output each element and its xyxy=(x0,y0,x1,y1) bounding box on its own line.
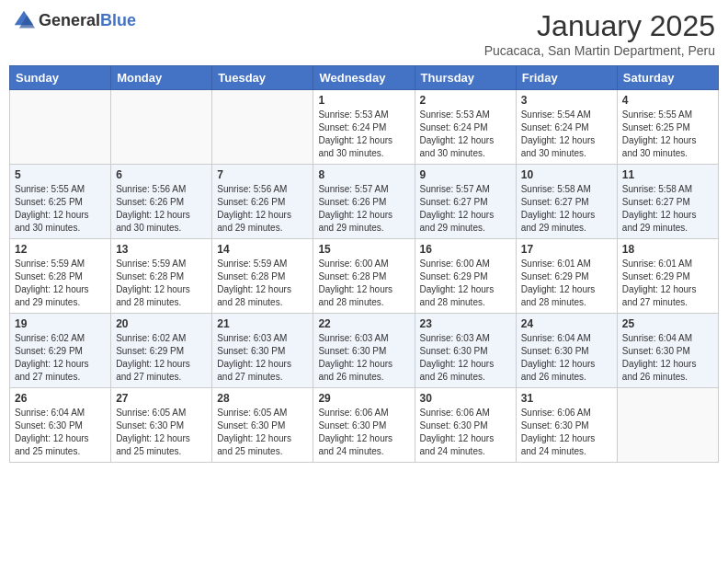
calendar-cell: 27Sunrise: 6:05 AM Sunset: 6:30 PM Dayli… xyxy=(111,388,212,463)
location-subtitle: Pucacaca, San Martin Department, Peru xyxy=(484,43,715,58)
day-info: Sunrise: 5:59 AM Sunset: 6:28 PM Dayligh… xyxy=(217,258,308,309)
day-info: Sunrise: 5:53 AM Sunset: 6:24 PM Dayligh… xyxy=(318,109,409,160)
calendar-cell: 28Sunrise: 6:05 AM Sunset: 6:30 PM Dayli… xyxy=(212,388,313,463)
day-number: 29 xyxy=(318,392,409,405)
calendar-cell: 21Sunrise: 6:03 AM Sunset: 6:30 PM Dayli… xyxy=(212,314,313,388)
calendar-cell: 1Sunrise: 5:53 AM Sunset: 6:24 PM Daylig… xyxy=(313,90,415,165)
day-number: 19 xyxy=(15,317,106,330)
day-info: Sunrise: 5:59 AM Sunset: 6:28 PM Dayligh… xyxy=(15,258,106,309)
day-number: 12 xyxy=(15,243,106,256)
month-title: January 2025 xyxy=(484,9,715,43)
day-info: Sunrise: 6:03 AM Sunset: 6:30 PM Dayligh… xyxy=(217,332,308,384)
day-number: 16 xyxy=(420,243,511,256)
day-number: 1 xyxy=(318,94,409,107)
weekday-header-tuesday: Tuesday xyxy=(212,66,313,90)
day-info: Sunrise: 5:59 AM Sunset: 6:28 PM Dayligh… xyxy=(116,258,207,309)
calendar-cell: 22Sunrise: 6:03 AM Sunset: 6:30 PM Dayli… xyxy=(313,314,415,388)
calendar-cell: 31Sunrise: 6:06 AM Sunset: 6:30 PM Dayli… xyxy=(516,388,617,463)
calendar-cell: 3Sunrise: 5:54 AM Sunset: 6:24 PM Daylig… xyxy=(516,90,617,165)
day-number: 2 xyxy=(420,94,511,107)
calendar-cell: 5Sunrise: 5:55 AM Sunset: 6:25 PM Daylig… xyxy=(10,165,111,239)
calendar-cell: 23Sunrise: 6:03 AM Sunset: 6:30 PM Dayli… xyxy=(415,314,516,388)
day-info: Sunrise: 6:04 AM Sunset: 6:30 PM Dayligh… xyxy=(622,332,713,384)
day-number: 26 xyxy=(15,392,106,405)
calendar-cell: 6Sunrise: 5:56 AM Sunset: 6:26 PM Daylig… xyxy=(111,165,212,239)
day-number: 22 xyxy=(318,317,409,330)
calendar-cell: 25Sunrise: 6:04 AM Sunset: 6:30 PM Dayli… xyxy=(617,314,718,388)
logo-general: General xyxy=(39,11,100,29)
day-info: Sunrise: 5:54 AM Sunset: 6:24 PM Dayligh… xyxy=(521,109,612,160)
day-info: Sunrise: 6:00 AM Sunset: 6:28 PM Dayligh… xyxy=(318,258,409,309)
calendar-cell: 9Sunrise: 5:57 AM Sunset: 6:27 PM Daylig… xyxy=(415,165,516,239)
day-number: 27 xyxy=(116,392,207,405)
calendar-cell: 7Sunrise: 5:56 AM Sunset: 6:26 PM Daylig… xyxy=(212,165,313,239)
day-number: 7 xyxy=(217,168,308,181)
day-info: Sunrise: 6:02 AM Sunset: 6:29 PM Dayligh… xyxy=(116,332,207,384)
calendar-cell: 8Sunrise: 5:57 AM Sunset: 6:26 PM Daylig… xyxy=(313,165,415,239)
day-info: Sunrise: 5:57 AM Sunset: 6:27 PM Dayligh… xyxy=(420,183,511,235)
day-number: 4 xyxy=(622,94,713,107)
day-info: Sunrise: 6:01 AM Sunset: 6:29 PM Dayligh… xyxy=(521,258,612,309)
calendar-week-1: 1Sunrise: 5:53 AM Sunset: 6:24 PM Daylig… xyxy=(10,90,719,165)
day-info: Sunrise: 6:02 AM Sunset: 6:29 PM Dayligh… xyxy=(15,332,106,384)
calendar-table: SundayMondayTuesdayWednesdayThursdayFrid… xyxy=(9,65,719,463)
logo-blue: Blue xyxy=(100,11,136,29)
day-number: 24 xyxy=(521,317,612,330)
weekday-header-row: SundayMondayTuesdayWednesdayThursdayFrid… xyxy=(10,66,719,90)
weekday-header-monday: Monday xyxy=(111,66,212,90)
day-info: Sunrise: 6:06 AM Sunset: 6:30 PM Dayligh… xyxy=(318,407,409,458)
calendar-cell: 10Sunrise: 5:58 AM Sunset: 6:27 PM Dayli… xyxy=(516,165,617,239)
calendar-cell xyxy=(10,90,111,165)
day-number: 31 xyxy=(521,392,612,405)
day-info: Sunrise: 5:53 AM Sunset: 6:24 PM Dayligh… xyxy=(420,109,511,160)
day-number: 17 xyxy=(521,243,612,256)
day-number: 21 xyxy=(217,317,308,330)
day-info: Sunrise: 6:05 AM Sunset: 6:30 PM Dayligh… xyxy=(217,407,308,458)
day-number: 3 xyxy=(521,94,612,107)
calendar-cell: 14Sunrise: 5:59 AM Sunset: 6:28 PM Dayli… xyxy=(212,239,313,314)
day-number: 20 xyxy=(116,317,207,330)
weekday-header-sunday: Sunday xyxy=(10,66,111,90)
calendar-week-5: 26Sunrise: 6:04 AM Sunset: 6:30 PM Dayli… xyxy=(10,388,719,463)
weekday-header-wednesday: Wednesday xyxy=(313,66,415,90)
calendar-cell: 11Sunrise: 5:58 AM Sunset: 6:27 PM Dayli… xyxy=(617,165,718,239)
day-info: Sunrise: 5:56 AM Sunset: 6:26 PM Dayligh… xyxy=(116,183,207,235)
day-number: 25 xyxy=(622,317,713,330)
day-number: 8 xyxy=(318,168,409,181)
day-number: 10 xyxy=(521,168,612,181)
logo-icon xyxy=(13,9,35,31)
calendar-cell: 17Sunrise: 6:01 AM Sunset: 6:29 PM Dayli… xyxy=(516,239,617,314)
calendar-cell: 29Sunrise: 6:06 AM Sunset: 6:30 PM Dayli… xyxy=(313,388,415,463)
day-info: Sunrise: 6:04 AM Sunset: 6:30 PM Dayligh… xyxy=(15,407,106,458)
day-info: Sunrise: 6:04 AM Sunset: 6:30 PM Dayligh… xyxy=(521,332,612,384)
calendar-cell: 26Sunrise: 6:04 AM Sunset: 6:30 PM Dayli… xyxy=(10,388,111,463)
day-info: Sunrise: 6:06 AM Sunset: 6:30 PM Dayligh… xyxy=(521,407,612,458)
day-info: Sunrise: 6:00 AM Sunset: 6:29 PM Dayligh… xyxy=(420,258,511,309)
calendar-cell: 19Sunrise: 6:02 AM Sunset: 6:29 PM Dayli… xyxy=(10,314,111,388)
day-info: Sunrise: 5:56 AM Sunset: 6:26 PM Dayligh… xyxy=(217,183,308,235)
weekday-header-friday: Friday xyxy=(516,66,617,90)
day-number: 5 xyxy=(15,168,106,181)
calendar-cell: 20Sunrise: 6:02 AM Sunset: 6:29 PM Dayli… xyxy=(111,314,212,388)
calendar-cell: 4Sunrise: 5:55 AM Sunset: 6:25 PM Daylig… xyxy=(617,90,718,165)
day-number: 9 xyxy=(420,168,511,181)
calendar-cell: 30Sunrise: 6:06 AM Sunset: 6:30 PM Dayli… xyxy=(415,388,516,463)
day-number: 14 xyxy=(217,243,308,256)
day-number: 13 xyxy=(116,243,207,256)
day-number: 18 xyxy=(622,243,713,256)
logo: GeneralBlue xyxy=(13,9,136,31)
title-block: January 2025 Pucacaca, San Martin Depart… xyxy=(484,9,715,58)
calendar-cell: 16Sunrise: 6:00 AM Sunset: 6:29 PM Dayli… xyxy=(415,239,516,314)
page-header: GeneralBlue January 2025 Pucacaca, San M… xyxy=(9,9,719,58)
calendar-cell xyxy=(111,90,212,165)
day-number: 30 xyxy=(420,392,511,405)
calendar-cell xyxy=(212,90,313,165)
weekday-header-saturday: Saturday xyxy=(617,66,718,90)
day-info: Sunrise: 5:55 AM Sunset: 6:25 PM Dayligh… xyxy=(15,183,106,235)
day-info: Sunrise: 6:03 AM Sunset: 6:30 PM Dayligh… xyxy=(318,332,409,384)
day-info: Sunrise: 6:06 AM Sunset: 6:30 PM Dayligh… xyxy=(420,407,511,458)
day-number: 23 xyxy=(420,317,511,330)
calendar-cell: 24Sunrise: 6:04 AM Sunset: 6:30 PM Dayli… xyxy=(516,314,617,388)
day-number: 11 xyxy=(622,168,713,181)
calendar-cell: 12Sunrise: 5:59 AM Sunset: 6:28 PM Dayli… xyxy=(10,239,111,314)
